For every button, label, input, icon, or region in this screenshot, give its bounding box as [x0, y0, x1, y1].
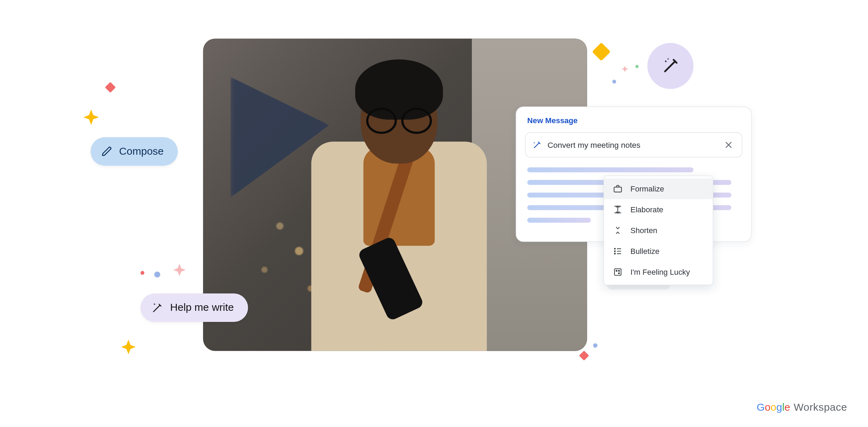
menu-item-label: Formalize	[631, 184, 664, 193]
svg-point-9	[618, 270, 619, 271]
menu-item-label: Shorten	[631, 226, 657, 234]
magic-wand-icon	[661, 57, 680, 75]
close-icon	[724, 140, 733, 149]
sparkle-icon	[170, 262, 189, 281]
close-button[interactable]	[722, 138, 735, 151]
workspace-wordmark: Workspace	[794, 401, 847, 413]
sparkle-icon	[117, 338, 139, 359]
menu-item-label: Elaborate	[631, 205, 663, 214]
compose-chip-label: Compose	[119, 145, 164, 157]
svg-point-8	[618, 273, 619, 274]
dot-icon	[612, 79, 616, 83]
pencil-icon	[102, 146, 113, 157]
svg-point-3	[615, 248, 616, 249]
svg-rect-2	[614, 187, 621, 192]
svg-point-5	[615, 253, 616, 254]
menu-item-label: Bulletize	[631, 247, 660, 255]
refine-option-formalize[interactable]: Formalize	[604, 178, 713, 199]
sparkle-icon	[80, 108, 102, 130]
bullet-list-icon	[613, 246, 623, 256]
briefcase-icon	[613, 183, 623, 193]
refine-option-shorten[interactable]: Shorten	[604, 220, 713, 241]
help-me-write-label: Help me write	[170, 301, 234, 314]
svg-point-4	[615, 250, 616, 251]
compose-chip[interactable]: Compose	[91, 137, 178, 165]
svg-point-0	[665, 60, 666, 62]
sparkle-icon	[107, 83, 114, 91]
magic-wand-icon	[151, 301, 164, 314]
card-title: New Message	[527, 116, 742, 124]
google-workspace-logo: Google Workspace	[757, 401, 847, 413]
refine-option-bulletize[interactable]: Bulletize	[604, 241, 713, 262]
dot-icon	[635, 65, 639, 68]
refine-option-lucky[interactable]: I'm Feeling Lucky	[604, 262, 713, 282]
help-me-write-chip[interactable]: Help me write	[141, 293, 248, 322]
dot-icon	[593, 343, 598, 348]
sparkle-icon	[595, 45, 608, 58]
refine-menu: Formalize Elaborate Shorten Bulletize I'…	[603, 176, 713, 285]
prompt-text: Convert my meeting notes	[548, 140, 717, 149]
google-wordmark: Google	[757, 401, 790, 413]
dot-icon	[141, 271, 144, 275]
svg-point-7	[616, 270, 617, 271]
expand-vertical-icon	[613, 204, 623, 214]
collapse-vertical-icon	[613, 225, 623, 235]
magic-wand-icon	[532, 140, 542, 150]
dice-icon	[613, 267, 623, 277]
prompt-input-row[interactable]: Convert my meeting notes	[525, 132, 742, 157]
menu-item-label: I'm Feeling Lucky	[631, 267, 690, 276]
refine-option-elaborate[interactable]: Elaborate	[604, 199, 713, 220]
svg-rect-6	[615, 268, 621, 275]
sparkle-icon	[620, 65, 630, 75]
sparkle-icon	[581, 352, 588, 359]
magic-wand-fab[interactable]	[648, 43, 694, 89]
dot-icon	[154, 271, 160, 277]
svg-point-1	[667, 58, 669, 60]
